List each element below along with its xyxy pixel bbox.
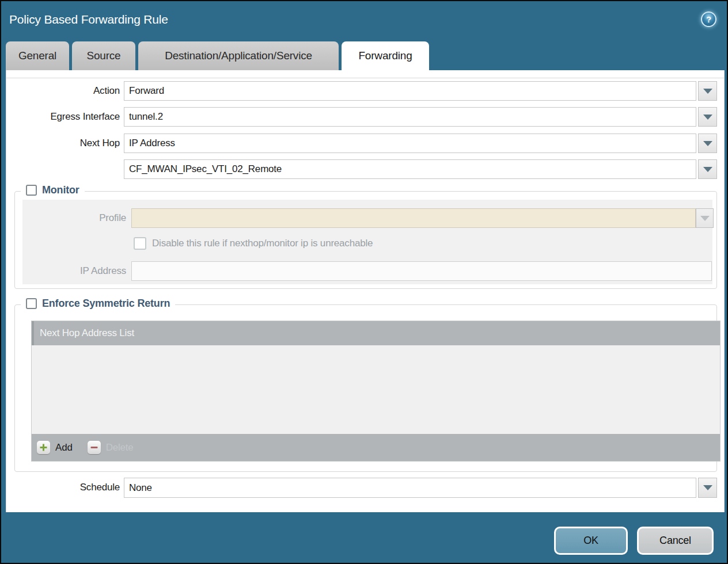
action-label: Action (6, 81, 120, 101)
monitor-profile-select (131, 208, 696, 228)
divider (6, 78, 724, 78)
chevron-down-icon (700, 216, 710, 221)
forwarding-tab-panel: Action Forward Egress Interface tunnel.2… (6, 70, 725, 512)
schedule-label: Schedule (6, 478, 120, 497)
chevron-down-icon (703, 167, 712, 172)
next-hop-row: Next Hop IP Address (6, 134, 724, 153)
tab-source[interactable]: Source (72, 41, 135, 70)
monitor-profile-label: Profile (6, 208, 126, 228)
tab-destination-application-service[interactable]: Destination/Application/Service (138, 41, 339, 70)
egress-interface-select[interactable]: tunnel.2 (124, 107, 696, 127)
monitor-ip-address-label: IP Address (6, 261, 126, 281)
plus-icon (37, 441, 50, 454)
disable-rule-label: Disable this rule if nexthop/monitor ip … (152, 237, 373, 250)
delete-button: Delete (88, 441, 134, 454)
next-hop-type-dropdown-button[interactable] (698, 134, 717, 153)
tab-forwarding[interactable]: Forwarding (342, 41, 429, 70)
ok-button[interactable]: OK (554, 527, 628, 555)
table-header: Next Hop Address List (32, 321, 720, 345)
action-row: Action Forward (6, 81, 724, 101)
monitor-profile-row: Profile (6, 208, 724, 228)
next-hop-address-table: Next Hop Address List Add Delete (31, 321, 721, 462)
table-body-empty[interactable] (32, 345, 720, 434)
chevron-down-icon (703, 89, 712, 94)
enforce-symmetric-return-section: Enforce Symmetric Return Next Hop Addres… (14, 304, 717, 472)
next-hop-address-dropdown-button[interactable] (698, 159, 717, 179)
next-hop-label: Next Hop (6, 134, 120, 153)
monitor-ip-address-row: IP Address (6, 261, 724, 281)
minus-icon (88, 441, 101, 454)
monitor-disable-rule-row: Disable this rule if nexthop/monitor ip … (6, 237, 724, 250)
monitor-legend-label: Monitor (42, 184, 79, 196)
action-select[interactable]: Forward (124, 81, 696, 101)
tab-bar: General Source Destination/Application/S… (6, 41, 429, 70)
schedule-select[interactable]: None (124, 478, 696, 498)
action-dropdown-button[interactable] (698, 81, 717, 101)
chevron-down-icon (703, 141, 712, 146)
schedule-dropdown-button[interactable] (698, 478, 717, 498)
egress-interface-dropdown-button[interactable] (698, 107, 717, 127)
enforce-symmetric-return-checkbox[interactable] (26, 298, 37, 309)
table-header-label: Next Hop Address List (40, 327, 134, 339)
table-toolbar: Add Delete (32, 434, 720, 461)
egress-interface-row: Egress Interface tunnel.2 (6, 107, 724, 127)
monitor-profile-dropdown-button (696, 208, 714, 228)
next-hop-type-select[interactable]: IP Address (124, 134, 696, 153)
tab-general[interactable]: General (6, 41, 69, 70)
chevron-down-icon (703, 115, 712, 120)
dialog-title: Policy Based Forwarding Rule (9, 13, 168, 26)
pbf-rule-dialog: Policy Based Forwarding Rule ? General S… (0, 0, 728, 564)
monitor-checkbox[interactable] (26, 185, 37, 196)
enforce-symmetric-return-legend-label: Enforce Symmetric Return (42, 298, 170, 310)
disable-rule-checkbox (134, 237, 146, 250)
schedule-row: Schedule None (6, 478, 724, 498)
delete-button-label: Delete (106, 442, 134, 454)
egress-interface-label: Egress Interface (6, 107, 120, 127)
next-hop-address-select[interactable]: CF_MWAN_IPsec_VTI_02_Remote (124, 159, 696, 179)
dialog-titlebar: Policy Based Forwarding Rule ? (1, 1, 727, 41)
monitor-legend: Monitor (21, 184, 85, 196)
help-icon[interactable]: ? (701, 12, 716, 27)
add-button[interactable]: Add (37, 441, 73, 454)
cancel-button[interactable]: Cancel (637, 527, 714, 555)
chevron-down-icon (703, 485, 712, 490)
monitor-ip-address-input (131, 261, 712, 281)
enforce-symmetric-return-legend: Enforce Symmetric Return (21, 298, 175, 310)
add-button-label: Add (55, 442, 73, 454)
next-hop-address-row: CF_MWAN_IPsec_VTI_02_Remote (6, 159, 724, 179)
